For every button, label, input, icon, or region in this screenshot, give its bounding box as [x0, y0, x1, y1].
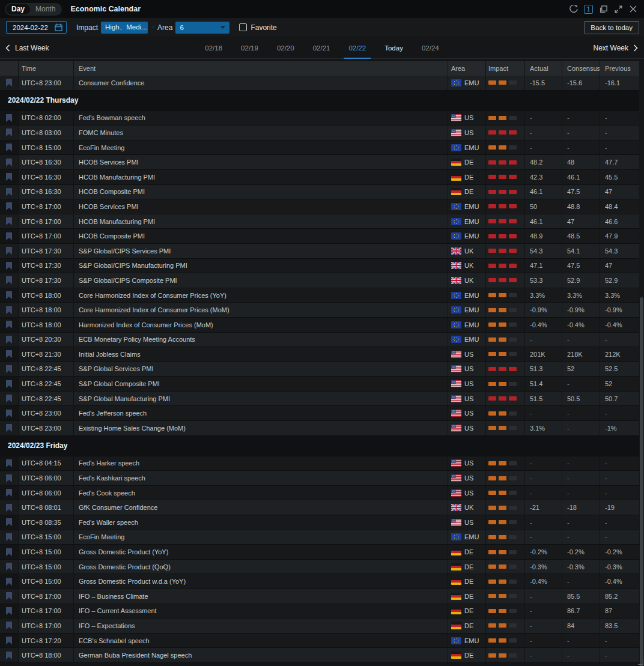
bookmark-button[interactable] — [0, 199, 18, 214]
event-row[interactable]: UTC+8 17:00HCOB Services PMIEMU5048.848.… — [0, 199, 639, 214]
event-row[interactable]: UTC+8 08:35Fed's Waller speechUS--- — [0, 515, 639, 530]
day-tab-02-21[interactable]: 02/21 — [312, 38, 332, 59]
event-row[interactable]: UTC+8 22:45S&P Global Manufacturing PMIU… — [0, 392, 639, 407]
day-tab-02-20[interactable]: 02/20 — [276, 38, 296, 59]
event-row[interactable]: UTC+8 06:00Fed's Cook speechUS--- — [0, 486, 639, 501]
date-picker-input[interactable]: 2024-02-22 — [6, 21, 67, 34]
bookmark-button[interactable] — [0, 244, 18, 258]
day-tab-02-22[interactable]: 02/22 — [347, 38, 367, 59]
bookmark-button[interactable] — [0, 214, 18, 229]
bookmark-button[interactable] — [0, 589, 18, 604]
bookmark-button[interactable] — [0, 471, 18, 485]
bookmark-button[interactable] — [0, 515, 18, 530]
refresh-icon[interactable] — [569, 4, 579, 14]
view-mode-switch[interactable]: Day Month — [5, 3, 62, 16]
bookmark-button[interactable] — [0, 155, 18, 169]
bookmark-button[interactable] — [0, 377, 18, 391]
event-row[interactable]: UTC+8 18:00Core Harmonized Index of Cons… — [0, 288, 639, 303]
event-row[interactable]: UTC+8 08:01GfK Consumer ConfidenceUK-21-… — [0, 500, 639, 515]
close-icon[interactable] — [628, 4, 638, 14]
area-dropdown[interactable]: 6 — [175, 22, 229, 34]
bookmark-button[interactable] — [0, 392, 18, 406]
event-row[interactable]: UTC+8 02:00Fed's Bowman speechUS--- — [0, 111, 639, 126]
bookmark-button[interactable] — [0, 288, 18, 303]
event-row[interactable]: UTC+8 23:00Existing Home Sales Change (M… — [0, 421, 639, 436]
bookmark-button[interactable] — [0, 111, 18, 126]
impact-dropdown[interactable]: High、Medi... — [101, 22, 148, 34]
bookmark-button[interactable] — [0, 259, 18, 273]
bookmark-button[interactable] — [0, 229, 18, 243]
bookmark-button[interactable] — [0, 141, 18, 155]
bookmark-button[interactable] — [0, 273, 18, 288]
bookmark-button[interactable] — [0, 421, 18, 435]
event-row[interactable]: UTC+8 03:00FOMC MinutesUS--- — [0, 126, 639, 141]
back-to-today-button[interactable]: Back to today — [584, 21, 639, 34]
event-row[interactable]: UTC+8 17:00IFO – ExpectationsDE-8483.5 — [0, 619, 639, 634]
bookmark-button[interactable] — [0, 619, 18, 633]
event-row[interactable]: UTC+8 17:00IFO – Business ClimateDE-85.5… — [0, 589, 639, 604]
favorite-checkbox[interactable] — [239, 23, 247, 31]
event-row[interactable]: UTC+8 17:30S&P Global/CIPS Services PMIU… — [0, 244, 639, 259]
tab-day[interactable]: Day — [6, 4, 30, 14]
next-week-button[interactable]: Next Week — [594, 44, 638, 52]
event-row[interactable]: UTC+8 15:00EcoFin MeetingEMU--- — [0, 530, 639, 545]
event-row[interactable]: UTC+8 16:30HCOB Manufacturing PMIDE42.34… — [0, 170, 639, 185]
bookmark-button[interactable] — [0, 634, 18, 648]
bookmark-button[interactable] — [0, 362, 18, 377]
bookmark-button[interactable] — [0, 185, 18, 199]
bookmark-button[interactable] — [0, 333, 18, 347]
bookmark-button[interactable] — [0, 318, 18, 332]
bookmark-button[interactable] — [0, 648, 18, 662]
event-row[interactable]: UTC+8 04:15Fed's Harker speechUS--- — [0, 456, 639, 471]
bookmark-button[interactable] — [0, 76, 18, 90]
event-row[interactable]: UTC+8 17:00HCOB Composite PMIEMU48.948.5… — [0, 229, 639, 244]
day-tab-02-18[interactable]: 02/18 — [204, 38, 223, 59]
bookmark-button[interactable] — [0, 406, 18, 420]
window-count-badge[interactable]: 1 — [584, 5, 593, 14]
bookmark-button[interactable] — [0, 303, 18, 317]
event-row[interactable]: UTC+8 17:30S&P Global/CIPS Composite PMI… — [0, 273, 639, 288]
event-row[interactable]: UTC+8 15:00Gross Domestic Product w.d.a … — [0, 574, 639, 589]
bookmark-button[interactable] — [0, 574, 18, 589]
duplicate-window-icon[interactable] — [598, 4, 608, 14]
event-row[interactable]: UTC+8 15:00EcoFin MeetingEMU--- — [0, 141, 639, 156]
bookmark-button[interactable] — [0, 530, 18, 545]
fullscreen-icon[interactable] — [613, 4, 623, 14]
bookmark-button[interactable] — [0, 486, 18, 500]
event-row[interactable]: UTC+8 16:30HCOB Services PMIDE48.24847.7 — [0, 155, 639, 170]
day-tab-02-24[interactable]: 02/24 — [421, 38, 440, 59]
event-row[interactable]: UTC+8 22:45S&P Global Composite PMIUS51.… — [0, 377, 639, 392]
last-week-button[interactable]: Last Week — [5, 44, 49, 52]
bookmark-button[interactable] — [0, 560, 18, 574]
event-row[interactable]: UTC+8 23:00Consumer ConfidenceEMU-15.5-1… — [0, 76, 639, 91]
event-row[interactable]: UTC+8 18:00German Buba President Nagel s… — [0, 648, 639, 663]
event-row[interactable]: UTC+8 17:20ECB's Schnabel speechEMU--- — [0, 634, 639, 649]
tab-month[interactable]: Month — [30, 4, 61, 14]
day-tab-today[interactable]: Today — [383, 38, 404, 59]
event-row[interactable]: UTC+8 15:00Gross Domestic Product (YoY)D… — [0, 545, 639, 560]
bookmark-button[interactable] — [0, 456, 18, 471]
bookmark-button[interactable] — [0, 170, 18, 184]
bookmark-button[interactable] — [0, 545, 18, 559]
event-row[interactable]: UTC+8 17:00IFO – Current AssessmentDE-86… — [0, 604, 639, 619]
event-time: UTC+8 20:30 — [18, 333, 73, 347]
event-row[interactable]: UTC+8 22:45S&P Global Services PMIUS51.3… — [0, 362, 639, 377]
event-row[interactable]: UTC+8 17:00HCOB Manufacturing PMIEMU46.1… — [0, 214, 639, 229]
event-row[interactable]: UTC+8 18:00Harmonized Index of Consumer … — [0, 318, 639, 333]
event-row[interactable]: UTC+8 15:00Gross Domestic Product (QoQ)D… — [0, 560, 639, 575]
day-tab-02-19[interactable]: 02/19 — [240, 38, 260, 59]
bookmark-button[interactable] — [0, 500, 18, 515]
favorite-filter[interactable]: Favorite — [239, 23, 276, 32]
bookmark-button[interactable] — [0, 126, 18, 140]
bookmark-button[interactable] — [0, 604, 18, 619]
event-row[interactable]: UTC+8 18:00Core Harmonized Index of Cons… — [0, 303, 639, 318]
event-row[interactable]: UTC+8 16:30HCOB Composite PMIDE46.147.54… — [0, 185, 639, 200]
event-row[interactable]: UTC+8 21:30Initial Jobless ClaimsUS201K2… — [0, 347, 639, 362]
event-row[interactable]: UTC+8 23:00Fed's Jefferson speechUS--- — [0, 406, 639, 421]
event-row[interactable]: UTC+8 20:30ECB Monetary Policy Meeting A… — [0, 333, 639, 348]
event-row[interactable]: UTC+8 06:00Fed's Kashkari speechUS--- — [0, 471, 639, 486]
bookmark-button[interactable] — [0, 347, 18, 362]
scrollbar-track[interactable] — [639, 61, 644, 666]
event-row[interactable]: UTC+8 17:30S&P Global/CIPS Manufacturing… — [0, 259, 639, 274]
scrollbar-thumb[interactable] — [640, 297, 643, 666]
